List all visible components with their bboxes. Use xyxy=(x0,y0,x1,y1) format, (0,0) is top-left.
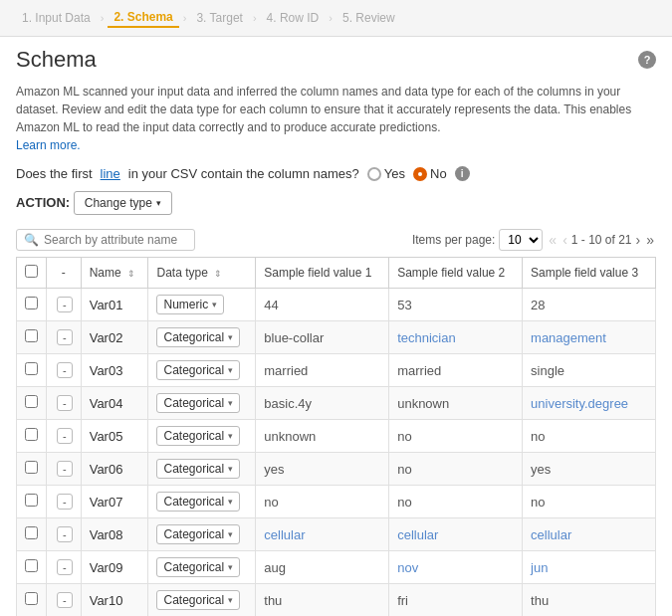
search-input[interactable] xyxy=(44,233,183,247)
row-checkbox-4[interactable] xyxy=(25,428,38,441)
help-icon[interactable]: ? xyxy=(638,51,656,69)
row-sample-1: married xyxy=(256,354,389,387)
datatype-dropdown-4[interactable]: Categorical ▾ xyxy=(156,426,240,446)
row-minus-btn-6[interactable]: - xyxy=(57,494,73,510)
row-minus-btn-3[interactable]: - xyxy=(57,395,73,411)
row-sample-1: aug xyxy=(256,551,389,584)
page-header: Schema ? xyxy=(0,37,672,79)
col-sample1: Sample field value 1 xyxy=(256,258,389,289)
pag-first-btn[interactable]: « xyxy=(547,232,559,248)
datatype-dropdown-5[interactable]: Categorical ▾ xyxy=(156,459,240,479)
csv-info-icon[interactable]: i xyxy=(455,166,470,181)
datatype-dropdown-1[interactable]: Categorical ▾ xyxy=(156,327,240,347)
wizard-step-1[interactable]: 1. Input Data xyxy=(16,9,97,27)
row-sample-1: unknown xyxy=(256,420,389,453)
select-all-checkbox[interactable] xyxy=(25,265,38,278)
pag-last-btn[interactable]: » xyxy=(644,232,656,248)
row-name: Var09 xyxy=(81,551,148,584)
row-checkbox-3[interactable] xyxy=(25,395,38,408)
pag-next-btn[interactable]: › xyxy=(634,232,643,248)
row-sample-3: no xyxy=(523,486,656,518)
row-sample-3: thu xyxy=(523,584,656,617)
items-per-page-label: Items per page: xyxy=(412,233,495,247)
csv-question: Does the first line in your CSV contain … xyxy=(0,162,672,187)
datatype-dropdown-3[interactable]: Categorical ▾ xyxy=(156,393,240,413)
row-checkbox-6[interactable] xyxy=(25,494,38,507)
csv-question-label2: in your CSV contain the column names? xyxy=(128,166,359,181)
row-checkbox-5[interactable] xyxy=(25,461,38,474)
type-caret-icon: ▾ xyxy=(228,332,233,342)
wizard-sep-1: › xyxy=(101,12,105,24)
wizard-sep-4: › xyxy=(329,12,333,24)
radio-yes[interactable]: Yes xyxy=(367,166,405,181)
row-checkbox-9[interactable] xyxy=(25,592,38,605)
change-type-button[interactable]: Change type ▾ xyxy=(74,191,172,215)
row-sample-3: cellular xyxy=(523,518,656,551)
col-minus: - xyxy=(47,258,82,289)
type-caret-icon: ▾ xyxy=(228,431,233,441)
row-sample-3: jun xyxy=(523,551,656,584)
type-caret-icon: ▾ xyxy=(228,365,233,375)
csv-line-link[interactable]: line xyxy=(101,166,120,181)
type-caret-icon: ▾ xyxy=(212,300,217,309)
table-row: -Var07Categorical ▾nonono xyxy=(17,486,656,518)
row-minus-btn-8[interactable]: - xyxy=(57,559,73,575)
datatype-sort-icon[interactable]: ⇕ xyxy=(214,269,222,279)
col-check xyxy=(17,258,47,289)
row-minus-btn-2[interactable]: - xyxy=(57,362,73,378)
per-page-select[interactable]: 10 25 50 xyxy=(499,229,543,251)
wizard-step-2[interactable]: 2. Schema xyxy=(108,8,178,28)
table-row: -Var03Categorical ▾marriedmarriedsingle xyxy=(17,354,656,387)
row-minus-btn-1[interactable]: - xyxy=(57,329,73,345)
action-bar: ACTION: Change type ▾ xyxy=(0,187,672,223)
row-sample-1: yes xyxy=(256,453,389,486)
row-checkbox-1[interactable] xyxy=(25,329,38,342)
datatype-dropdown-6[interactable]: Categorical ▾ xyxy=(156,492,240,512)
row-checkbox-8[interactable] xyxy=(25,559,38,572)
row-sample-3: management xyxy=(523,321,656,354)
row-sample-3: 28 xyxy=(523,289,656,321)
row-sample-2: married xyxy=(389,354,523,387)
radio-yes-label: Yes xyxy=(384,166,405,181)
row-name: Var03 xyxy=(81,354,148,387)
row-minus-btn-9[interactable]: - xyxy=(57,592,73,608)
table-header-row: - Name ⇕ Data type ⇕ Sample field value … xyxy=(17,258,656,289)
row-sample-3: no xyxy=(523,420,656,453)
table-row: -Var08Categorical ▾cellularcellularcellu… xyxy=(17,518,656,551)
row-name: Var02 xyxy=(81,321,148,354)
wizard-step-5[interactable]: 5. Review xyxy=(336,9,401,27)
row-minus-btn-0[interactable]: - xyxy=(57,297,73,312)
learn-more-link[interactable]: Learn more. xyxy=(16,138,81,152)
row-sample-2: cellular xyxy=(389,518,523,551)
row-sample-1: blue-collar xyxy=(256,321,389,354)
row-sample-2: fri xyxy=(389,584,523,617)
csv-question-label1: Does the first xyxy=(16,166,93,181)
table-row: -Var10Categorical ▾thufrithu xyxy=(17,584,656,617)
col-datatype: Data type ⇕ xyxy=(148,258,256,289)
radio-no-circle xyxy=(413,167,427,181)
row-checkbox-7[interactable] xyxy=(25,526,38,539)
wizard-step-3[interactable]: 3. Target xyxy=(190,9,248,27)
row-checkbox-2[interactable] xyxy=(25,362,38,375)
search-box[interactable]: 🔍 xyxy=(16,229,195,251)
row-name: Var07 xyxy=(81,486,148,518)
pag-prev-btn[interactable]: ‹ xyxy=(560,232,569,248)
name-sort-icon[interactable]: ⇕ xyxy=(127,269,135,279)
row-checkbox-0[interactable] xyxy=(25,297,38,309)
datatype-dropdown-7[interactable]: Categorical ▾ xyxy=(156,524,240,544)
datatype-dropdown-9[interactable]: Categorical ▾ xyxy=(156,590,240,610)
datatype-dropdown-8[interactable]: Categorical ▾ xyxy=(156,557,240,577)
datatype-dropdown-0[interactable]: Numeric ▾ xyxy=(156,295,224,314)
radio-no[interactable]: No xyxy=(413,166,447,181)
row-minus-btn-4[interactable]: - xyxy=(57,428,73,444)
datatype-dropdown-2[interactable]: Categorical ▾ xyxy=(156,360,240,380)
row-minus-btn-7[interactable]: - xyxy=(57,526,73,542)
row-sample-1: 44 xyxy=(256,289,389,321)
row-sample-3: single xyxy=(523,354,656,387)
wizard-step-4[interactable]: 4. Row ID xyxy=(261,9,326,27)
row-name: Var04 xyxy=(81,387,148,420)
table-row: -Var05Categorical ▾unknownnono xyxy=(17,420,656,453)
row-sample-2: no xyxy=(389,420,523,453)
row-minus-btn-5[interactable]: - xyxy=(57,461,73,477)
radio-yes-circle xyxy=(367,167,381,181)
